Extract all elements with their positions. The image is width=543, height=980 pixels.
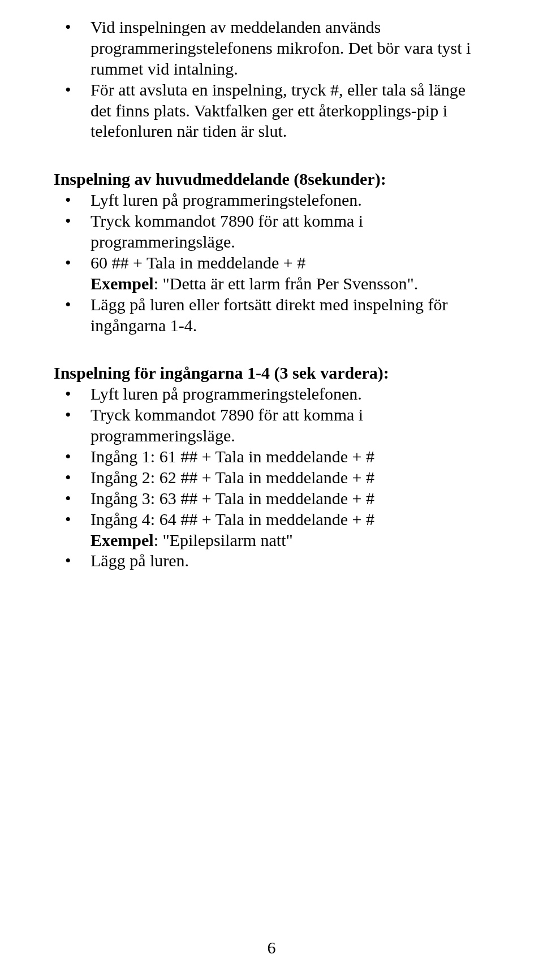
list-item-text: Vid inspelningen av meddelanden används … <box>90 18 471 78</box>
list-item: Lägg på luren eller fortsätt direkt med … <box>54 294 489 336</box>
list-item-text: Ingång 4: 64 ## + Tala in meddelande + # <box>90 509 489 530</box>
section-heading: Inspelning för ingångarna 1-4 (3 sek var… <box>54 363 489 384</box>
list-item: Vid inspelningen av meddelanden används … <box>54 17 489 80</box>
list-item-text: 60 ## + Tala in meddelande + # <box>90 253 489 274</box>
example-text: : "Detta är ett larm från Per Svensson". <box>154 274 419 293</box>
list-item: Tryck kommandot 7890 för att komma i pro… <box>54 211 489 253</box>
page-number: 6 <box>0 938 543 957</box>
list-item: Ingång 1: 61 ## + Tala in meddelande + # <box>54 446 489 467</box>
list-item: Ingång 2: 62 ## + Tala in meddelande + # <box>54 467 489 488</box>
list-item: Lyft luren på programmeringstelefonen. <box>54 190 489 211</box>
intro-list: Vid inspelningen av meddelanden används … <box>54 17 489 142</box>
list-item: Ingång 4: 64 ## + Tala in meddelande + #… <box>54 509 489 551</box>
list-item: 60 ## + Tala in meddelande + # Exempel: … <box>54 253 489 294</box>
list-item-text: Lägg på luren eller fortsätt direkt med … <box>90 295 447 335</box>
section2-list: Lyft luren på programmeringstelefonen. T… <box>54 190 489 336</box>
section3-list: Lyft luren på programmeringstelefonen. T… <box>54 384 489 571</box>
list-item-text: Ingång 2: 62 ## + Tala in meddelande + # <box>90 468 374 487</box>
example-text: : "Epilepsilarm natt" <box>154 531 293 549</box>
list-item-text: Ingång 1: 61 ## + Tala in meddelande + # <box>90 447 374 466</box>
list-item-text: Lyft luren på programmeringstelefonen. <box>90 190 362 209</box>
list-item: Lyft luren på programmeringstelefonen. <box>54 384 489 405</box>
list-item: För att avsluta en inspelning, tryck #, … <box>54 80 489 142</box>
list-item: Lägg på luren. <box>54 550 489 571</box>
list-item-text: Ingång 3: 63 ## + Tala in meddelande + # <box>90 489 374 508</box>
list-item-text: För att avsluta en inspelning, tryck #, … <box>90 80 466 141</box>
list-item-text: Tryck kommandot 7890 för att komma i pro… <box>90 211 363 251</box>
list-item: Ingång 3: 63 ## + Tala in meddelande + # <box>54 488 489 509</box>
list-item-text: Lyft luren på programmeringstelefonen. <box>90 384 362 403</box>
example-label: Exempel <box>90 274 154 293</box>
example-label: Exempel <box>90 531 154 549</box>
list-item: Tryck kommandot 7890 för att komma i pro… <box>54 405 489 446</box>
list-item-text: Lägg på luren. <box>90 551 189 570</box>
section-heading: Inspelning av huvudmeddelande (8sekunder… <box>54 169 489 190</box>
list-item-text: Tryck kommandot 7890 för att komma i pro… <box>90 405 363 445</box>
page: Vid inspelningen av meddelanden används … <box>0 0 543 980</box>
